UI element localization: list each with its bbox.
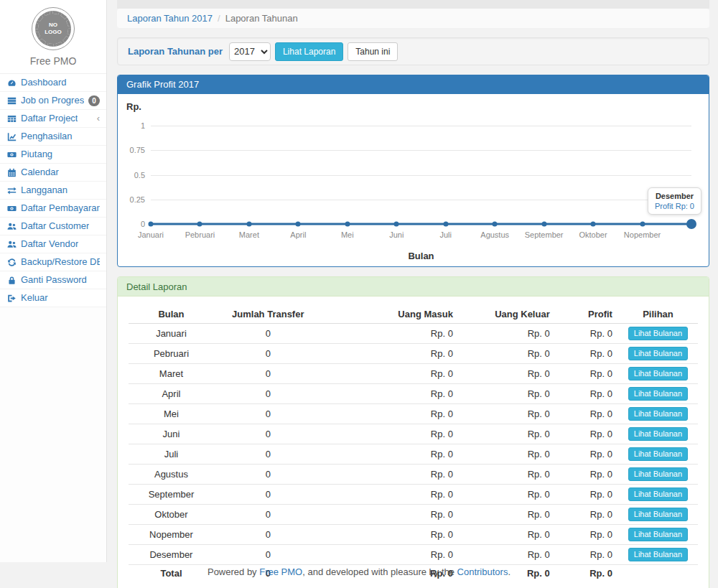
cell-profit: Rp. 0 (556, 364, 618, 384)
table-row: Januari0Rp. 0Rp. 0Rp. 0Lihat Bulanan (129, 324, 698, 344)
sidebar-item-label: Calendar (21, 167, 59, 178)
sidebar-item-backup-restore-db[interactable]: Backup/Restore DB (0, 253, 106, 271)
sidebar-item-ganti-password[interactable]: Ganti Password (0, 271, 106, 289)
y-tick-label: 1 (141, 121, 145, 130)
sidebar-item-calendar[interactable]: Calendar (0, 164, 106, 182)
sidebar-item-dashboard[interactable]: Dashboard (0, 74, 106, 92)
data-point-oktober[interactable] (591, 222, 596, 227)
breadcrumb-link[interactable]: Laporan Tahun 2017 (127, 13, 213, 24)
sidebar-menu: DashboardJob on Progress0Daftar Project‹… (0, 74, 106, 307)
table-row: Nopember0Rp. 0Rp. 0Rp. 0Lihat Bulanan (129, 525, 698, 545)
cell-jumlah_transfer: 0 (214, 364, 322, 384)
data-point-nopember[interactable] (640, 222, 645, 227)
sidebar-item-label: Dashboard (21, 77, 67, 88)
view-monthly-button-desember[interactable]: Lihat Bulanan (628, 548, 688, 561)
cell-uang_keluar: Rp. 0 (459, 324, 556, 344)
profit-chart[interactable]: Rp. Desember Profit Rp: 0 10.750.50.250J… (118, 94, 709, 266)
cell-uang_keluar: Rp. 0 (459, 364, 556, 384)
sidebar: NO LOGO Free PMO DashboardJob on Progres… (0, 0, 107, 562)
x-tick-label: Oktober (579, 230, 607, 239)
data-point-maret[interactable] (246, 222, 251, 227)
cell-uang_keluar: Rp. 0 (459, 525, 556, 545)
gridline (151, 126, 691, 126)
sidebar-item-piutang[interactable]: Piutang (0, 146, 106, 164)
chart-plot-area[interactable]: Desember Profit Rp: 0 10.750.50.250Janua… (151, 126, 691, 224)
repeat-icon (6, 186, 17, 195)
filter-label: Laporan Tahunan per (128, 46, 223, 57)
sidebar-item-penghasilan[interactable]: Penghasilan (0, 128, 106, 146)
refresh-icon (6, 258, 17, 267)
cell-pilihan: Lihat Bulanan (618, 324, 698, 344)
cell-pilihan: Lihat Bulanan (618, 444, 698, 465)
view-monthly-button-oktober[interactable]: Lihat Bulanan (628, 508, 688, 521)
cell-uang_masuk: Rp. 0 (322, 364, 459, 384)
view-monthly-button-pebruari[interactable]: Lihat Bulanan (628, 347, 688, 360)
sidebar-item-job-on-progress[interactable]: Job on Progress0 (0, 92, 106, 110)
data-point-april[interactable] (296, 222, 301, 227)
line-chart-icon (6, 132, 17, 141)
data-point-desember[interactable] (686, 219, 696, 229)
cell-profit: Rp. 0 (556, 505, 618, 525)
data-point-september[interactable] (541, 222, 546, 227)
column-header: Bulan (129, 305, 214, 324)
footer-link-free-pmo[interactable]: Free PMO (259, 566, 302, 577)
sidebar-item-label: Keluar (21, 292, 48, 304)
cell-profit: Rp. 0 (556, 465, 618, 485)
this-year-button[interactable]: Tahun ini (348, 42, 398, 61)
footer-link-contributors[interactable]: Contributors (457, 566, 508, 577)
cell-jumlah_transfer: 0 (214, 404, 322, 424)
view-monthly-button-april[interactable]: Lihat Bulanan (628, 387, 688, 401)
gridline (151, 200, 691, 200)
sidebar-item-daftar-pembayaran[interactable]: Daftar Pembayaran (0, 200, 106, 218)
table-row: Agustus0Rp. 0Rp. 0Rp. 0Lihat Bulanan (129, 465, 698, 485)
data-point-pebruari[interactable] (197, 222, 202, 227)
data-point-agustus[interactable] (493, 222, 498, 227)
cell-uang_masuk: Rp. 0 (322, 545, 459, 565)
x-tick-label: Nopember (624, 230, 661, 239)
data-point-juni[interactable] (394, 222, 399, 227)
cell-uang_keluar: Rp. 0 (459, 404, 556, 424)
cell-uang_masuk: Rp. 0 (322, 424, 459, 444)
main-content: Laporan Tahun 2017 / Laporan Tahunan Lap… (117, 0, 709, 588)
cell-uang_masuk: Rp. 0 (322, 444, 459, 465)
sidebar-item-label: Backup/Restore DB (21, 256, 100, 268)
cell-jumlah_transfer: 0 (214, 384, 322, 404)
cell-profit: Rp. 0 (556, 384, 618, 404)
data-point-juli[interactable] (443, 222, 448, 227)
view-monthly-button-mei[interactable]: Lihat Bulanan (628, 407, 688, 421)
view-monthly-button-januari[interactable]: Lihat Bulanan (628, 327, 688, 340)
cell-profit: Rp. 0 (556, 525, 618, 545)
cell-jumlah_transfer: 0 (214, 344, 322, 364)
view-monthly-button-juni[interactable]: Lihat Bulanan (628, 427, 688, 441)
view-monthly-button-maret[interactable]: Lihat Bulanan (628, 367, 688, 381)
sidebar-item-keluar[interactable]: Keluar (0, 289, 106, 307)
sidebar-item-daftar-vendor[interactable]: Daftar Vendor (0, 235, 106, 253)
view-report-button[interactable]: Lihat Laporan (275, 42, 343, 61)
cell-uang_masuk: Rp. 0 (322, 344, 459, 364)
detail-panel-title: Detail Laporan (118, 277, 709, 297)
sidebar-item-daftar-project[interactable]: Daftar Project‹ (0, 110, 106, 128)
cell-profit: Rp. 0 (556, 404, 618, 424)
table-row: Maret0Rp. 0Rp. 0Rp. 0Lihat Bulanan (129, 364, 698, 384)
breadcrumb-current: Laporan Tahunan (225, 13, 298, 24)
cell-jumlah_transfer: 0 (214, 485, 322, 505)
data-point-mei[interactable] (345, 222, 350, 227)
sidebar-item-label: Daftar Pembayaran (21, 202, 100, 214)
view-monthly-button-juli[interactable]: Lihat Bulanan (628, 447, 688, 461)
cell-profit: Rp. 0 (556, 545, 618, 565)
view-monthly-button-september[interactable]: Lihat Bulanan (628, 487, 688, 501)
view-monthly-button-agustus[interactable]: Lihat Bulanan (628, 467, 688, 481)
y-tick-label: 0.75 (130, 146, 145, 154)
sidebar-item-langganan[interactable]: Langganan (0, 182, 106, 200)
column-header: Uang Keluar (459, 305, 556, 324)
view-monthly-button-nopember[interactable]: Lihat Bulanan (628, 528, 688, 541)
sidebar-item-daftar-customer[interactable]: Daftar Customer (0, 218, 106, 235)
cell-uang_masuk: Rp. 0 (322, 505, 459, 525)
year-select[interactable]: 2017 (229, 42, 271, 61)
chevron-left-icon: ‹ (97, 114, 100, 123)
table-icon (6, 114, 17, 123)
data-point-januari[interactable] (149, 222, 154, 227)
sidebar-item-label: Langganan (21, 185, 67, 196)
table-header-row: BulanJumlah TransferUang MasukUang Kelua… (129, 305, 698, 324)
money-icon (6, 150, 17, 159)
